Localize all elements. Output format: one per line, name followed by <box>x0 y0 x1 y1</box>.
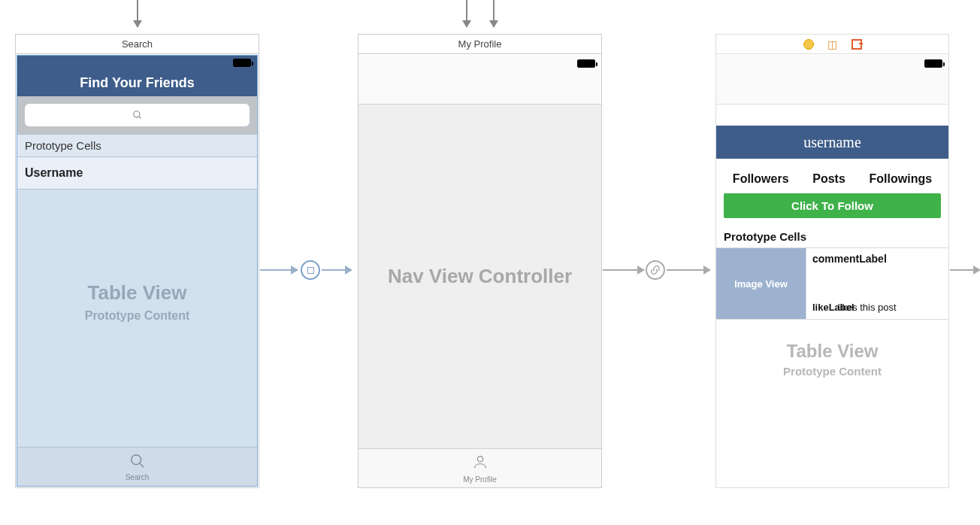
svg-point-4 <box>477 456 482 461</box>
segue-arrow-in-scene2-a <box>466 0 467 27</box>
scene-title: Search <box>16 35 259 54</box>
status-bar <box>17 56 257 72</box>
nav-bar <box>358 55 601 105</box>
tableview-title: Table View <box>716 341 948 362</box>
likes-suffix: likes this post <box>838 302 897 313</box>
profile-tab-label: My Profile <box>463 475 496 484</box>
posts-label[interactable]: Posts <box>812 172 845 186</box>
scene-title: My Profile <box>358 35 601 54</box>
nav-placeholder: Nav View Controller <box>358 105 601 448</box>
svg-point-2 <box>131 454 141 464</box>
coin-icon <box>803 39 814 50</box>
image-view-label: Image View <box>734 278 788 290</box>
nav-placeholder-text: Nav View Controller <box>388 265 572 288</box>
exit-icon <box>851 39 862 50</box>
scene-title-icons: ◫ <box>716 35 948 54</box>
scene-search[interactable]: Search Find Your Friends Prototype Cells… <box>15 34 259 488</box>
prototype-cells-header: Prototype Cells <box>716 227 948 247</box>
comment-label: commentLabel <box>812 253 942 265</box>
battery-icon <box>233 59 251 67</box>
scene-profile-detail[interactable]: ◫ username Followers Posts Followings Cl… <box>715 34 949 488</box>
tableview-title: Table View <box>17 281 257 305</box>
segue-arrow-2-3 <box>603 269 644 271</box>
search-bar-container <box>17 96 257 134</box>
link-icon <box>649 264 661 276</box>
followers-label[interactable]: Followers <box>733 172 789 186</box>
tableview-placeholder: Table View Prototype Content <box>17 281 257 323</box>
scene-my-profile[interactable]: My Profile Nav View Controller My Profil… <box>358 34 602 488</box>
svg-line-1 <box>138 117 141 119</box>
svg-point-0 <box>133 111 139 117</box>
present-icon <box>307 267 314 274</box>
tab-bar[interactable]: My Profile <box>358 448 601 487</box>
profile-username: username <box>803 134 861 151</box>
tableview-subtitle: Prototype Content <box>17 309 257 323</box>
prototype-cells-header: Prototype Cells <box>17 134 257 157</box>
tab-bar[interactable]: Search <box>17 447 257 486</box>
nav-bar <box>716 55 948 105</box>
search-tab-label: Search <box>126 473 150 481</box>
tableview-subtitle: Prototype Content <box>716 365 948 378</box>
tableview-placeholder: Table View Prototype Content <box>716 341 948 378</box>
cube-icon: ◫ <box>827 39 838 50</box>
username-label: Username <box>25 166 83 179</box>
segue-arrow-in-scene1 <box>137 0 138 27</box>
search-icon <box>132 110 143 120</box>
follow-button[interactable]: Click To Follow <box>724 193 941 218</box>
post-cell[interactable]: Image View commentLabel likeLabel likes … <box>716 247 948 320</box>
followings-label[interactable]: Followings <box>870 172 933 186</box>
battery-icon <box>577 59 595 68</box>
segue-arrow-1-2 <box>260 269 298 271</box>
segue-arrow-2-3b <box>667 269 710 271</box>
username-cell[interactable]: Username <box>17 157 257 190</box>
svg-line-3 <box>139 463 144 467</box>
segue-arrow-in-scene2-b <box>493 0 495 27</box>
likes-row: likeLabel likes this post <box>812 302 897 313</box>
search-input[interactable] <box>25 104 250 126</box>
segue-badge-show[interactable] <box>646 260 665 280</box>
profile-header: username <box>716 126 948 159</box>
profile-tab-icon <box>472 454 488 474</box>
battery-icon <box>924 59 942 68</box>
nav-title: Find Your Friends <box>80 75 194 91</box>
segue-arrow-1-2b <box>322 269 352 271</box>
image-view: Image View <box>716 248 806 319</box>
segue-arrow-out-3 <box>950 269 980 271</box>
stats-row: Followers Posts Followings <box>716 159 948 193</box>
search-tab-icon <box>129 453 146 472</box>
follow-button-label: Click To Follow <box>791 199 873 212</box>
segue-badge-present[interactable] <box>301 260 320 280</box>
